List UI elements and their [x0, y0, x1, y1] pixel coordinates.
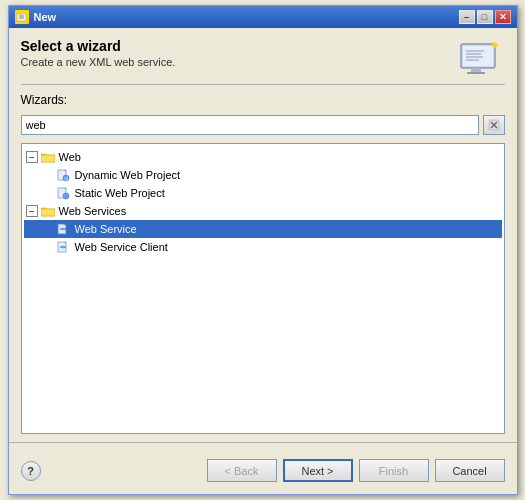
wizards-label: Wizards:: [21, 93, 68, 107]
footer-divider: [9, 442, 517, 443]
tree-item-dynamic-web[interactable]: ↺ Dynamic Web Project: [24, 166, 502, 184]
heading: Select a wizard: [21, 38, 176, 54]
wizard-header-icon: [457, 38, 505, 78]
search-input[interactable]: [21, 115, 479, 135]
tree-label-web-services-group: Web Services: [59, 205, 127, 217]
svg-rect-7: [467, 72, 485, 74]
file-web-service-client-icon: [56, 240, 72, 254]
folder-web-services-icon: [40, 204, 56, 218]
expand-web-services-group[interactable]: –: [26, 205, 38, 217]
maximize-button[interactable]: □: [477, 10, 493, 24]
svg-point-25: [63, 193, 69, 199]
content-area: Select a wizard Create a new XML web ser…: [9, 28, 517, 494]
header-text: Select a wizard Create a new XML web ser…: [21, 38, 176, 68]
help-button[interactable]: ?: [21, 461, 41, 481]
next-button[interactable]: Next >: [283, 459, 353, 482]
file-static-web-icon: [56, 186, 72, 200]
svg-rect-6: [471, 68, 481, 72]
cancel-button[interactable]: Cancel: [435, 459, 505, 482]
expand-web-group[interactable]: –: [26, 151, 38, 163]
tree-container[interactable]: – Web ↺: [21, 143, 505, 434]
footer-left: ?: [21, 461, 41, 481]
tree-item-static-web[interactable]: Static Web Project: [24, 184, 502, 202]
footer-right: < Back Next > Finish Cancel: [207, 459, 505, 482]
file-web-service-icon: [56, 222, 72, 236]
tree-item-web-service-client[interactable]: Web Service Client: [24, 238, 502, 256]
back-button[interactable]: < Back: [207, 459, 277, 482]
file-dynamic-web-icon: ↺: [56, 168, 72, 182]
new-wizard-dialog: New – □ ✕ Select a wizard Create a new X…: [8, 5, 518, 495]
new-wizard-icon: [15, 10, 29, 24]
finish-button[interactable]: Finish: [359, 459, 429, 482]
tree-label-dynamic-web: Dynamic Web Project: [75, 169, 181, 181]
tree-item-web-services-group[interactable]: – Web Services: [24, 202, 502, 220]
svg-rect-0: [17, 14, 26, 21]
title-bar: New – □ ✕: [9, 6, 517, 28]
title-bar-left: New: [15, 10, 57, 24]
header-section: Select a wizard Create a new XML web ser…: [21, 38, 505, 85]
tree-label-web-service: Web Service: [75, 223, 137, 235]
svg-rect-5: [463, 46, 493, 66]
tree-item-web-group[interactable]: – Web: [24, 148, 502, 166]
tree-item-web-service[interactable]: Web Service: [24, 220, 502, 238]
title-bar-title: New: [34, 11, 57, 23]
wizards-label-row: Wizards:: [21, 93, 505, 107]
tree-label-static-web: Static Web Project: [75, 187, 165, 199]
footer: ? < Back Next > Finish Cancel: [21, 451, 505, 486]
minimize-button[interactable]: –: [459, 10, 475, 24]
tree-label-web-service-client: Web Service Client: [75, 241, 168, 253]
svg-text:↺: ↺: [64, 176, 68, 182]
title-bar-buttons: – □ ✕: [459, 10, 511, 24]
tree-label-web-group: Web: [59, 151, 81, 163]
folder-web-icon: [40, 150, 56, 164]
clear-search-button[interactable]: [483, 115, 505, 135]
description: Create a new XML web service.: [21, 56, 176, 68]
close-button[interactable]: ✕: [495, 10, 511, 24]
search-row: [21, 115, 505, 135]
